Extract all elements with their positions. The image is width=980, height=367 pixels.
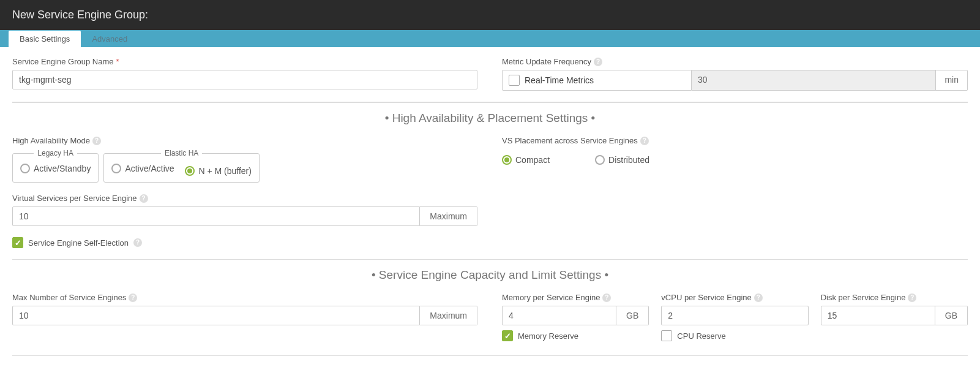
vs-per-se-input[interactable] — [12, 206, 420, 226]
radio-icon — [502, 155, 512, 165]
help-icon[interactable]: ? — [129, 293, 137, 302]
max-se-addon: Maximum — [420, 306, 477, 325]
radio-active-active[interactable]: Active/Active — [111, 164, 174, 173]
radio-icon — [595, 155, 605, 165]
dialog-title: New Service Engine Group: — [12, 9, 148, 21]
tab-basic-settings[interactable]: Basic Settings — [9, 31, 81, 47]
radio-icon — [20, 164, 30, 173]
help-icon[interactable]: ? — [133, 238, 142, 247]
help-icon[interactable]: ? — [602, 293, 611, 302]
max-se-label: Max Number of Service Engines ? — [12, 293, 477, 302]
memory-reserve-checkbox[interactable]: Memory Reserve — [502, 330, 578, 341]
radio-active-standby[interactable]: Active/Standby — [20, 164, 91, 173]
ha-mode-label: High Availability Mode ? — [12, 136, 477, 145]
legacy-ha-group: Legacy HA Active/Standby — [12, 149, 99, 183]
checkbox-icon — [661, 330, 672, 341]
metric-value-input: 30 — [692, 70, 936, 91]
checkbox-icon — [509, 75, 520, 86]
radio-icon — [111, 164, 121, 173]
help-icon[interactable]: ? — [140, 194, 148, 203]
vcpu-per-se-input[interactable] — [661, 306, 808, 325]
required-asterisk: * — [116, 57, 119, 66]
dialog-header: New Service Engine Group: — [0, 0, 980, 30]
tabs-bar: Basic Settings Advanced — [0, 30, 980, 47]
disk-per-se-unit: GB — [935, 306, 968, 325]
self-election-checkbox[interactable]: Service Engine Self-Election ? — [12, 237, 142, 248]
checkbox-icon — [12, 237, 23, 248]
seg-name-input[interactable] — [12, 70, 477, 89]
mem-per-se-input[interactable] — [502, 306, 616, 325]
disk-per-se-input[interactable] — [821, 306, 935, 325]
section-ha-title: High Availability & Placement Settings — [12, 112, 968, 125]
vs-per-se-addon: Maximum — [420, 206, 477, 226]
max-se-input[interactable] — [12, 306, 420, 325]
vs-per-se-label: Virtual Services per Service Engine ? — [12, 194, 477, 203]
vs-placement-label: VS Placement across Service Engines ? — [502, 136, 968, 145]
real-time-metrics-checkbox[interactable]: Real-Time Metrics — [502, 70, 692, 91]
cpu-reserve-checkbox[interactable]: CPU Reserve — [661, 330, 725, 341]
metric-unit: min — [936, 70, 968, 91]
radio-distributed[interactable]: Distributed — [595, 155, 649, 165]
help-icon[interactable]: ? — [908, 293, 916, 302]
vcpu-per-se-label: vCPU per Service Engine ? — [661, 293, 808, 302]
radio-icon — [185, 166, 195, 176]
metric-freq-label: Metric Update Frequency ? — [502, 57, 968, 66]
checkbox-icon — [502, 330, 513, 341]
radio-compact[interactable]: Compact — [502, 155, 550, 165]
help-icon[interactable]: ? — [594, 58, 602, 66]
section-capacity-title: Service Engine Capacity and Limit Settin… — [12, 268, 968, 282]
help-icon[interactable]: ? — [640, 137, 649, 145]
mem-per-se-unit: GB — [616, 306, 649, 325]
tab-advanced[interactable]: Advanced — [81, 31, 138, 47]
seg-name-label: Service Engine Group Name* — [12, 57, 477, 66]
mem-per-se-label: Memory per Service Engine ? — [502, 293, 649, 302]
help-icon[interactable]: ? — [754, 293, 763, 302]
disk-per-se-label: Disk per Service Engine ? — [821, 293, 968, 302]
elastic-ha-group: Elastic HA Active/Active N + M (buffer) — [103, 149, 260, 183]
radio-n-plus-m[interactable]: N + M (buffer) — [185, 166, 252, 176]
help-icon[interactable]: ? — [92, 137, 101, 145]
